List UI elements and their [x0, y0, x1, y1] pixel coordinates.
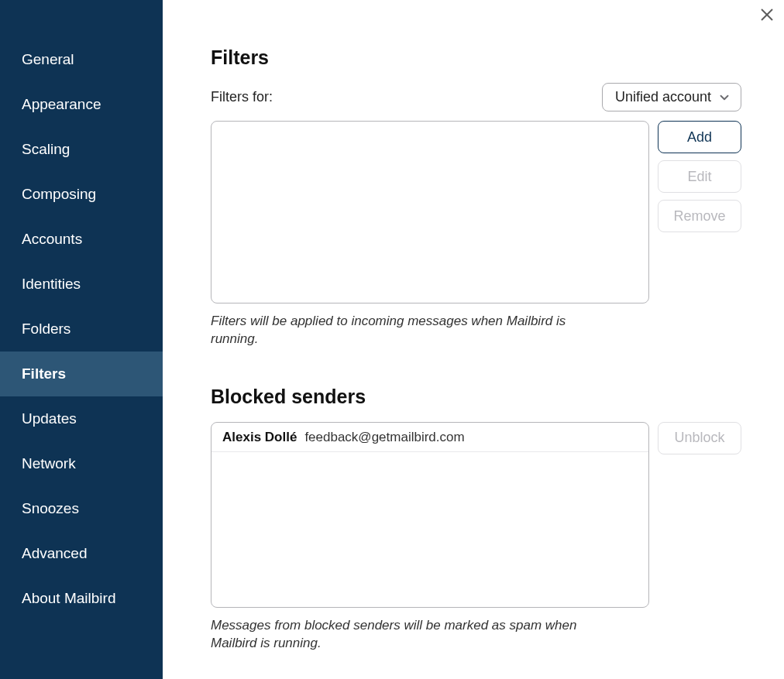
sidebar-item-accounts[interactable]: Accounts [0, 217, 163, 262]
blocked-note: Messages from blocked senders will be ma… [211, 617, 598, 653]
sidebar-item-composing[interactable]: Composing [0, 172, 163, 217]
filters-account-dropdown[interactable]: Unified account [602, 83, 741, 111]
blocked-sender-name: Alexis Dollé [222, 430, 297, 445]
blocked-sender-row[interactable]: Alexis Dollé feedback@getmailbird.com [211, 423, 648, 452]
blocked-actions: Unblock [658, 422, 741, 454]
filters-heading: Filters [211, 46, 741, 69]
filters-actions: Add Edit Remove [658, 121, 741, 232]
dropdown-selected-label: Unified account [615, 89, 711, 105]
unblock-button[interactable]: Unblock [658, 422, 741, 454]
edit-filter-button[interactable]: Edit [658, 160, 741, 193]
settings-sidebar: General Appearance Scaling Composing Acc… [0, 0, 163, 679]
remove-filter-button[interactable]: Remove [658, 200, 741, 232]
filters-list[interactable] [211, 121, 649, 303]
sidebar-item-about[interactable]: About Mailbird [0, 576, 163, 621]
filters-note: Filters will be applied to incoming mess… [211, 313, 598, 348]
sidebar-item-network[interactable]: Network [0, 441, 163, 486]
close-button[interactable] [759, 7, 775, 22]
settings-content: Filters Filters for: Unified account Add… [163, 0, 784, 679]
add-filter-button[interactable]: Add [658, 121, 741, 153]
sidebar-item-identities[interactable]: Identities [0, 262, 163, 307]
close-icon [761, 9, 773, 21]
sidebar-item-snoozes[interactable]: Snoozes [0, 486, 163, 531]
chevron-down-icon [717, 91, 731, 105]
sidebar-item-general[interactable]: General [0, 37, 163, 82]
blocked-senders-heading: Blocked senders [211, 386, 741, 408]
blocked-senders-list[interactable]: Alexis Dollé feedback@getmailbird.com [211, 422, 649, 608]
blocked-sender-email: feedback@getmailbird.com [304, 430, 464, 445]
filters-for-label: Filters for: [211, 89, 273, 105]
sidebar-item-appearance[interactable]: Appearance [0, 82, 163, 127]
sidebar-item-scaling[interactable]: Scaling [0, 127, 163, 172]
sidebar-item-updates[interactable]: Updates [0, 396, 163, 441]
sidebar-item-filters[interactable]: Filters [0, 352, 163, 396]
sidebar-item-folders[interactable]: Folders [0, 307, 163, 352]
sidebar-item-advanced[interactable]: Advanced [0, 531, 163, 576]
